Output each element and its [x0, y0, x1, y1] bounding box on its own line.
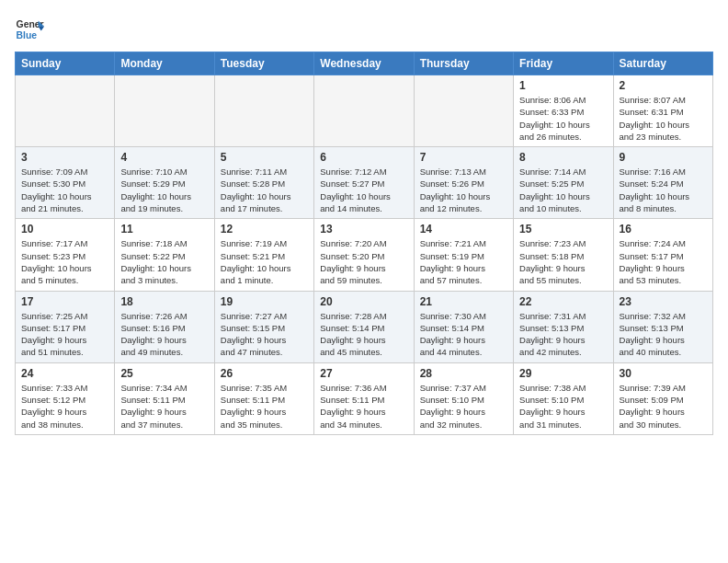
calendar-cell: 4Sunrise: 7:10 AM Sunset: 5:29 PM Daylig…: [115, 147, 214, 219]
day-number: 22: [519, 295, 607, 308]
calendar-cell: 21Sunrise: 7:30 AM Sunset: 5:14 PM Dayli…: [414, 291, 513, 362]
day-info: Sunrise: 7:34 AM Sunset: 5:11 PM Dayligh…: [120, 382, 208, 431]
day-info: Sunrise: 7:38 AM Sunset: 5:10 PM Dayligh…: [519, 382, 607, 431]
calendar-cell: [214, 75, 313, 147]
day-info: Sunrise: 7:37 AM Sunset: 5:10 PM Dayligh…: [420, 382, 507, 431]
day-info: Sunrise: 7:28 AM Sunset: 5:14 PM Dayligh…: [320, 310, 407, 359]
calendar-cell: 26Sunrise: 7:35 AM Sunset: 5:11 PM Dayli…: [214, 362, 313, 434]
day-number: 2: [620, 79, 707, 92]
calendar-cell: 7Sunrise: 7:13 AM Sunset: 5:26 PM Daylig…: [414, 147, 513, 219]
day-info: Sunrise: 7:32 AM Sunset: 5:13 PM Dayligh…: [620, 310, 707, 359]
calendar-cell: 30Sunrise: 7:39 AM Sunset: 5:09 PM Dayli…: [613, 362, 712, 434]
calendar-cell: 24Sunrise: 7:33 AM Sunset: 5:12 PM Dayli…: [16, 362, 115, 434]
calendar-cell: 11Sunrise: 7:18 AM Sunset: 5:22 PM Dayli…: [115, 219, 214, 291]
svg-text:Blue: Blue: [17, 30, 38, 40]
calendar-week-row: 1Sunrise: 8:06 AM Sunset: 6:33 PM Daylig…: [16, 75, 713, 147]
calendar-cell: 19Sunrise: 7:27 AM Sunset: 5:15 PM Dayli…: [214, 291, 313, 362]
day-info: Sunrise: 7:18 AM Sunset: 5:22 PM Dayligh…: [120, 237, 208, 286]
day-number: 10: [21, 223, 108, 236]
calendar-cell: 29Sunrise: 7:38 AM Sunset: 5:10 PM Dayli…: [514, 362, 613, 434]
day-info: Sunrise: 8:07 AM Sunset: 6:31 PM Dayligh…: [620, 94, 707, 143]
calendar-cell: 12Sunrise: 7:19 AM Sunset: 5:21 PM Dayli…: [214, 219, 313, 291]
calendar-week-row: 3Sunrise: 7:09 AM Sunset: 5:30 PM Daylig…: [16, 147, 713, 219]
calendar-cell: [314, 75, 414, 147]
calendar-cell: 16Sunrise: 7:24 AM Sunset: 5:17 PM Dayli…: [613, 219, 712, 291]
weekday-header-tuesday: Tuesday: [214, 52, 313, 75]
calendar-cell: 14Sunrise: 7:21 AM Sunset: 5:19 PM Dayli…: [414, 219, 513, 291]
day-info: Sunrise: 8:06 AM Sunset: 6:33 PM Dayligh…: [519, 94, 607, 143]
calendar-cell: 20Sunrise: 7:28 AM Sunset: 5:14 PM Dayli…: [314, 291, 414, 362]
day-number: 25: [120, 367, 208, 380]
calendar-cell: 10Sunrise: 7:17 AM Sunset: 5:23 PM Dayli…: [16, 219, 115, 291]
day-info: Sunrise: 7:26 AM Sunset: 5:16 PM Dayligh…: [120, 310, 208, 359]
day-info: Sunrise: 7:20 AM Sunset: 5:20 PM Dayligh…: [320, 237, 407, 286]
calendar-cell: 2Sunrise: 8:07 AM Sunset: 6:31 PM Daylig…: [613, 75, 712, 147]
day-number: 15: [519, 223, 607, 236]
calendar-cell: 23Sunrise: 7:32 AM Sunset: 5:13 PM Dayli…: [613, 291, 712, 362]
day-number: 24: [21, 367, 108, 380]
day-info: Sunrise: 7:39 AM Sunset: 5:09 PM Dayligh…: [620, 382, 707, 431]
day-number: 6: [320, 151, 407, 164]
calendar-cell: 8Sunrise: 7:14 AM Sunset: 5:25 PM Daylig…: [514, 147, 613, 219]
calendar-cell: [16, 75, 115, 147]
calendar-cell: [115, 75, 214, 147]
day-info: Sunrise: 7:31 AM Sunset: 5:13 PM Dayligh…: [519, 310, 607, 359]
day-info: Sunrise: 7:21 AM Sunset: 5:19 PM Dayligh…: [420, 237, 507, 286]
day-info: Sunrise: 7:35 AM Sunset: 5:11 PM Dayligh…: [221, 382, 308, 431]
calendar-cell: 22Sunrise: 7:31 AM Sunset: 5:13 PM Dayli…: [514, 291, 613, 362]
day-number: 18: [120, 295, 208, 308]
day-number: 16: [620, 223, 707, 236]
calendar-cell: 3Sunrise: 7:09 AM Sunset: 5:30 PM Daylig…: [16, 147, 115, 219]
calendar-cell: 18Sunrise: 7:26 AM Sunset: 5:16 PM Dayli…: [115, 291, 214, 362]
day-info: Sunrise: 7:23 AM Sunset: 5:18 PM Dayligh…: [519, 237, 607, 286]
day-number: 17: [21, 295, 108, 308]
day-info: Sunrise: 7:17 AM Sunset: 5:23 PM Dayligh…: [21, 237, 108, 286]
day-info: Sunrise: 7:09 AM Sunset: 5:30 PM Dayligh…: [21, 166, 108, 214]
day-number: 20: [320, 295, 407, 308]
weekday-header-row: SundayMondayTuesdayWednesdayThursdayFrid…: [16, 52, 713, 75]
weekday-header-monday: Monday: [115, 52, 214, 75]
day-number: 23: [620, 295, 707, 308]
calendar-cell: 1Sunrise: 8:06 AM Sunset: 6:33 PM Daylig…: [514, 75, 613, 147]
day-info: Sunrise: 7:33 AM Sunset: 5:12 PM Dayligh…: [21, 382, 108, 431]
day-number: 4: [120, 151, 208, 164]
day-number: 28: [420, 367, 507, 380]
calendar-cell: 27Sunrise: 7:36 AM Sunset: 5:11 PM Dayli…: [314, 362, 414, 434]
day-number: 27: [320, 367, 407, 380]
day-info: Sunrise: 7:11 AM Sunset: 5:28 PM Dayligh…: [221, 166, 308, 214]
day-info: Sunrise: 7:10 AM Sunset: 5:29 PM Dayligh…: [120, 166, 208, 214]
day-info: Sunrise: 7:13 AM Sunset: 5:26 PM Dayligh…: [420, 166, 507, 214]
calendar-cell: 17Sunrise: 7:25 AM Sunset: 5:17 PM Dayli…: [16, 291, 115, 362]
calendar-cell: 6Sunrise: 7:12 AM Sunset: 5:27 PM Daylig…: [314, 147, 414, 219]
day-number: 21: [420, 295, 507, 308]
calendar-cell: 5Sunrise: 7:11 AM Sunset: 5:28 PM Daylig…: [214, 147, 313, 219]
calendar-cell: 13Sunrise: 7:20 AM Sunset: 5:20 PM Dayli…: [314, 219, 414, 291]
day-info: Sunrise: 7:14 AM Sunset: 5:25 PM Dayligh…: [519, 166, 607, 214]
weekday-header-thursday: Thursday: [414, 52, 513, 75]
calendar-cell: 9Sunrise: 7:16 AM Sunset: 5:24 PM Daylig…: [613, 147, 712, 219]
day-number: 12: [221, 223, 308, 236]
day-info: Sunrise: 7:12 AM Sunset: 5:27 PM Dayligh…: [320, 166, 407, 214]
day-number: 29: [519, 367, 607, 380]
page-header: General Blue: [15, 15, 713, 44]
calendar-cell: [414, 75, 513, 147]
weekday-header-sunday: Sunday: [16, 52, 115, 75]
day-number: 8: [519, 151, 607, 164]
day-number: 9: [620, 151, 707, 164]
day-number: 19: [221, 295, 308, 308]
day-info: Sunrise: 7:25 AM Sunset: 5:17 PM Dayligh…: [21, 310, 108, 359]
calendar-cell: 25Sunrise: 7:34 AM Sunset: 5:11 PM Dayli…: [115, 362, 214, 434]
day-number: 3: [21, 151, 108, 164]
day-info: Sunrise: 7:27 AM Sunset: 5:15 PM Dayligh…: [221, 310, 308, 359]
day-number: 30: [620, 367, 707, 380]
calendar-week-row: 24Sunrise: 7:33 AM Sunset: 5:12 PM Dayli…: [16, 362, 713, 434]
day-info: Sunrise: 7:36 AM Sunset: 5:11 PM Dayligh…: [320, 382, 407, 431]
calendar-week-row: 17Sunrise: 7:25 AM Sunset: 5:17 PM Dayli…: [16, 291, 713, 362]
day-number: 7: [420, 151, 507, 164]
weekday-header-wednesday: Wednesday: [314, 52, 414, 75]
weekday-header-saturday: Saturday: [613, 52, 712, 75]
calendar-cell: 15Sunrise: 7:23 AM Sunset: 5:18 PM Dayli…: [514, 219, 613, 291]
day-info: Sunrise: 7:16 AM Sunset: 5:24 PM Dayligh…: [620, 166, 707, 214]
weekday-header-friday: Friday: [514, 52, 613, 75]
day-info: Sunrise: 7:19 AM Sunset: 5:21 PM Dayligh…: [221, 237, 308, 286]
